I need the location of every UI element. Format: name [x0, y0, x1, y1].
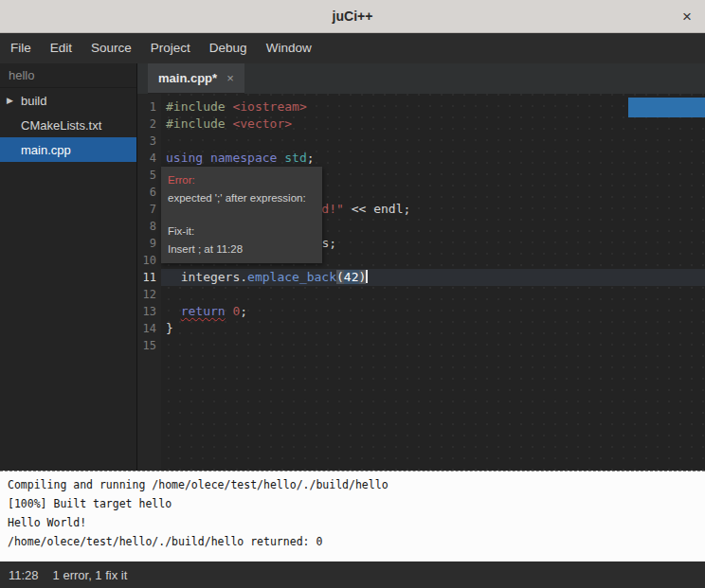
- sidebar-item-cmakelists-txt[interactable]: CMakeLists.txt: [0, 113, 136, 137]
- code-token: ): [359, 270, 367, 284]
- code-line-13[interactable]: return 0;: [161, 303, 705, 320]
- tooltip-spacer: [168, 207, 316, 223]
- output-terminal[interactable]: Compiling and running /home/olece/test/h…: [0, 471, 705, 561]
- line-number: 13: [137, 303, 161, 320]
- code-token: #include: [166, 116, 232, 131]
- line-number: 11: [137, 269, 161, 286]
- code-token: ;: [307, 151, 315, 165]
- code-token: <iostream>: [232, 99, 306, 114]
- terminal-line: Hello World!: [8, 513, 697, 532]
- window-close-button[interactable]: ×: [682, 0, 692, 33]
- line-number: 12: [137, 286, 161, 303]
- line-number: 1: [137, 98, 161, 116]
- status-bar: 11:28 1 error, 1 fix it: [0, 561, 705, 588]
- file-label: build: [21, 94, 46, 108]
- project-name-header: hello: [0, 63, 136, 88]
- code-line-15[interactable]: [161, 337, 705, 354]
- file-tree-panel: hello ▶buildCMakeLists.txtmain.cpp: [0, 63, 137, 471]
- application-window: juCi++ × FileEditSourceProjectDebugWindo…: [0, 0, 705, 588]
- terminal-line: [100%] Built target hello: [8, 494, 697, 513]
- text-cursor: [366, 270, 368, 283]
- code-line-12[interactable]: [161, 286, 705, 303]
- diagnostics-status: 1 error, 1 fix it: [53, 568, 128, 582]
- scrollbar-thumb[interactable]: [628, 98, 705, 117]
- tooltip-error-label: Error:: [168, 171, 316, 189]
- file-label: main.cpp: [21, 143, 71, 157]
- code-token: (: [336, 270, 344, 284]
- line-number: 9: [137, 235, 161, 252]
- code-token: <vector>: [232, 116, 292, 131]
- terminal-line: /home/olece/test/hello/./build/hello ret…: [8, 532, 697, 551]
- code-token: namespace: [210, 151, 277, 165]
- line-number: 7: [137, 201, 161, 218]
- terminal-line: Compiling and running /home/olece/test/h…: [8, 475, 697, 494]
- line-number: 8: [137, 218, 161, 235]
- line-number: 15: [137, 337, 161, 354]
- menu-project[interactable]: Project: [141, 33, 200, 63]
- tab-main-cpp[interactable]: main.cpp* ×: [148, 63, 244, 94]
- line-number-gutter: 123456789101112131415: [137, 94, 161, 471]
- expander-arrow-icon[interactable]: ▶: [0, 96, 21, 105]
- sidebar-item-main-cpp[interactable]: main.cpp: [0, 137, 136, 162]
- tooltip-fixit-label: Fix-it:: [168, 223, 316, 241]
- line-number: 2: [137, 116, 161, 133]
- main-area: hello ▶buildCMakeLists.txtmain.cpp main.…: [0, 63, 705, 471]
- sidebar-item-build[interactable]: ▶build: [0, 88, 136, 113]
- code-token: return: [181, 304, 226, 318]
- line-number: 14: [137, 320, 161, 337]
- file-tree: ▶buildCMakeLists.txtmain.cpp: [0, 88, 136, 162]
- code-line-2[interactable]: #include <vector>: [161, 116, 705, 133]
- code-token: #include: [166, 99, 232, 114]
- code-token: [166, 304, 181, 318]
- code-token: using: [166, 151, 203, 165]
- menu-file[interactable]: File: [1, 33, 41, 63]
- code-token: 42: [344, 270, 359, 284]
- line-number: 4: [137, 150, 161, 167]
- code-token: [203, 151, 210, 165]
- code-editor[interactable]: 123456789101112131415 #include <iostream…: [137, 94, 705, 471]
- tab-close-icon[interactable]: ×: [226, 71, 234, 85]
- tooltip-fixit-message: Insert ; at 11:28: [168, 241, 316, 258]
- menu-bar: FileEditSourceProjectDebugWindow: [0, 33, 705, 63]
- code-line-1[interactable]: #include <iostream>: [161, 98, 705, 116]
- code-token: emplace_back: [247, 270, 336, 284]
- code-token: }: [166, 321, 173, 335]
- line-number: 6: [137, 184, 161, 201]
- code-token: std: [284, 151, 306, 165]
- code-line-3[interactable]: [161, 133, 705, 150]
- code-token: << endl;: [344, 202, 410, 216]
- line-number: 10: [137, 252, 161, 269]
- file-label: CMakeLists.txt: [21, 118, 101, 133]
- code-token: ;: [240, 304, 247, 318]
- code-token: integers.: [166, 270, 247, 284]
- diagnostic-tooltip: Error: expected ';' after expression: Fi…: [161, 167, 322, 263]
- code-line-4[interactable]: using namespace std;: [161, 150, 705, 167]
- code-line-14[interactable]: }: [161, 320, 705, 337]
- menu-debug[interactable]: Debug: [200, 33, 257, 63]
- window-title: juCi++: [333, 9, 373, 24]
- titlebar[interactable]: juCi++ ×: [0, 0, 705, 33]
- line-number: 5: [137, 167, 161, 184]
- line-number: 3: [137, 133, 161, 150]
- menu-window[interactable]: Window: [257, 33, 321, 63]
- cursor-position: 11:28: [9, 568, 39, 582]
- menu-edit[interactable]: Edit: [41, 33, 81, 63]
- editor-pane: main.cpp* × 123456789101112131415 #inclu…: [137, 63, 705, 471]
- menu-source[interactable]: Source: [81, 33, 141, 63]
- tab-label: main.cpp*: [158, 71, 217, 85]
- code-line-11[interactable]: integers.emplace_back(42): [161, 269, 705, 286]
- tooltip-error-message: expected ';' after expression:: [168, 189, 316, 207]
- tab-bar: main.cpp* ×: [137, 63, 705, 94]
